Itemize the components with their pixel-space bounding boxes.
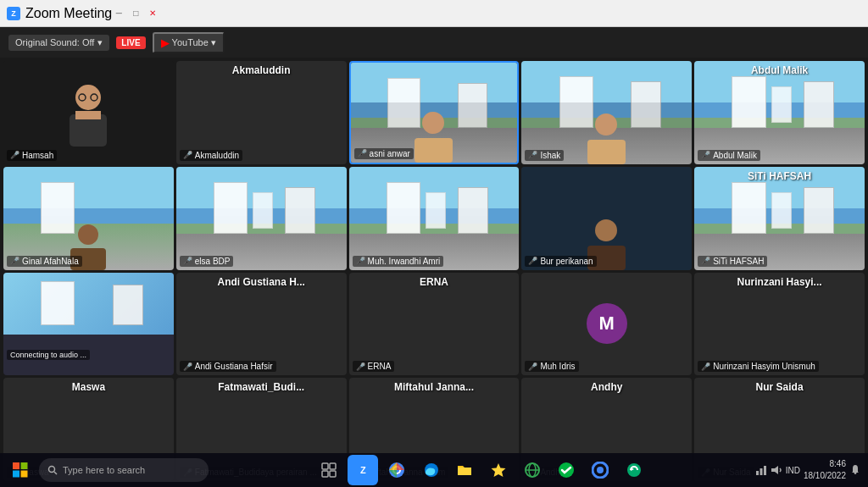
- system-clock: 8:46 18/10/2022: [804, 458, 846, 482]
- svg-rect-40: [764, 466, 766, 475]
- original-sound-label: Original Sound: Off: [15, 37, 94, 47]
- tile-label-asni_anwar: 🎤asni anwar: [354, 148, 414, 159]
- mic-icon: 🎤: [701, 362, 710, 371]
- svg-rect-16: [21, 462, 28, 469]
- tile-label-muh_irwandhi: 🎤Muh. Irwandhi Amri: [353, 256, 444, 267]
- tile-label-ginal: 🎤Ginal AfahNala: [7, 256, 82, 267]
- mic-icon: 🎤: [528, 362, 537, 371]
- tile-background-ginal: [3, 167, 174, 270]
- mic-icon: 🎤: [528, 151, 537, 159]
- refresh-icon[interactable]: [619, 455, 649, 485]
- internet-icon[interactable]: [517, 455, 548, 485]
- start-button[interactable]: [3, 455, 37, 485]
- tile-label-muh_idris: 🎤Muh Idris: [525, 361, 578, 372]
- svg-point-5: [422, 112, 444, 134]
- svg-marker-29: [492, 463, 506, 477]
- svg-rect-24: [330, 471, 336, 477]
- chrome2-icon[interactable]: [585, 455, 615, 485]
- svg-point-35: [597, 467, 604, 473]
- tile-display-name-fatmawati: Fatmawati_Budi...: [218, 381, 304, 393]
- video-tile-elsa: 🎤elsa BDP: [176, 167, 347, 270]
- tile-display-name-abdul_malik: Abdul Malik: [751, 64, 808, 76]
- bookmark-icon[interactable]: [483, 455, 514, 485]
- chrome-icon[interactable]: [381, 455, 412, 485]
- tile-display-name-erna: ERNA: [420, 276, 448, 288]
- tile-display-name-nurinzani: Nurinzani Hasyi...: [737, 276, 822, 288]
- minimize-button[interactable]: ─: [112, 7, 125, 20]
- svg-rect-8: [587, 140, 626, 164]
- lang-label: IND: [786, 466, 800, 475]
- edge-icon[interactable]: [415, 455, 446, 485]
- video-tile-akmaluddin: Akmaluddin🎤Akmaluddin: [176, 61, 347, 164]
- system-tray: IND 8:46 18/10/2022: [755, 458, 865, 482]
- mic-icon: 🎤: [183, 362, 192, 371]
- video-tile-abdul_malik: Abdul Malik🎤Abdul Malik: [694, 61, 865, 164]
- maximize-button[interactable]: □: [129, 7, 142, 20]
- video-tile-erna: ERNA🎤ERNA: [349, 273, 520, 376]
- tile-display-name-maswa: Maswa: [72, 381, 105, 393]
- tile-label-bur_perikanan: 🎤Bur perikanan: [525, 256, 596, 267]
- video-tile-muh_idris: M🎤Muh Idris: [521, 273, 692, 376]
- tile-display-name-akmaluddin: Akmaluddin: [232, 64, 291, 76]
- video-tile-muh_irwandhi: 🎤Muh. Irwandhi Amri: [349, 167, 520, 270]
- tile-label-hamsah: 🎤Hamsah: [7, 150, 57, 161]
- tile-background-bur_perikanan: [521, 167, 692, 270]
- youtube-button[interactable]: ▶ YouTube ▾: [153, 32, 225, 53]
- check-app-icon[interactable]: [551, 455, 581, 485]
- svg-rect-22: [330, 463, 336, 469]
- tile-label-abdul_malik: 🎤Abdul Malik: [698, 150, 760, 161]
- globe-icon: [524, 462, 541, 479]
- tile-display-name-siti_hafsah: SiTi HAFSAH: [748, 170, 811, 182]
- svg-point-11: [595, 219, 617, 241]
- tile-background-elsa: [176, 167, 347, 270]
- clock-date: 18/10/2022: [804, 470, 846, 482]
- original-sound-button[interactable]: Original Sound: Off ▾: [8, 35, 109, 51]
- tile-label-siti_hafsah: 🎤SiTi HAFSAH: [698, 256, 767, 267]
- file-explorer-icon[interactable]: [449, 455, 480, 485]
- app-icon: Z: [7, 7, 20, 20]
- search-bar[interactable]: Type here to search: [39, 458, 209, 482]
- refresh-app-icon: [626, 462, 643, 479]
- svg-rect-2: [75, 111, 101, 119]
- zoom-taskbar-icon[interactable]: Z: [348, 455, 378, 485]
- windows-logo-icon: [13, 462, 28, 478]
- tile-display-name-andi_gustiana: Andi Gustiana H...: [218, 276, 305, 288]
- mic-icon: 🎤: [10, 257, 19, 265]
- close-button[interactable]: ✕: [146, 7, 159, 20]
- avatar-circle-muh_idris: M: [587, 303, 627, 344]
- svg-rect-23: [322, 471, 328, 477]
- chrome-browser-icon: [388, 462, 405, 479]
- svg-line-20: [54, 472, 57, 474]
- checkmark-icon: [558, 462, 575, 479]
- svg-rect-39: [760, 468, 762, 475]
- star-icon: [490, 462, 507, 479]
- tile-background-muh_irwandhi: [349, 167, 520, 270]
- meeting-toolbar: Original Sound: Off ▾ LIVE ▶ YouTube ▾: [0, 27, 868, 58]
- tile-display-name-andhy: Andhy: [591, 381, 622, 393]
- mic-icon: 🎤: [183, 257, 192, 265]
- tile-label-andi_gustiana: 🎤Andi Gustiana Hafsir: [180, 361, 276, 372]
- mic-icon: 🎤: [358, 149, 367, 158]
- video-tile-siti_hafsah: SiTi HAFSAH🎤SiTi HAFSAH: [694, 167, 865, 270]
- video-tile-connecting: Connecting to audio ...: [3, 273, 174, 376]
- zoom-icon-label: Z: [360, 465, 366, 475]
- search-placeholder: Type here to search: [63, 465, 145, 475]
- mic-icon: 🎤: [183, 151, 192, 159]
- video-tile-bur_perikanan: 🎤Bur perikanan: [521, 167, 692, 270]
- notification-icon: [849, 464, 861, 476]
- tile-background-abdul_malik: [694, 61, 865, 164]
- mic-icon: 🎤: [10, 151, 19, 159]
- live-badge: LIVE: [116, 36, 145, 49]
- connecting-label: Connecting to audio ...: [7, 350, 90, 360]
- task-view-icon: [321, 462, 337, 478]
- task-view-button[interactable]: [314, 455, 344, 485]
- video-tile-nurinzani: Nurinzani Hasyi...🎤Nurinzani Hasyim Unis…: [694, 273, 865, 376]
- tile-label-nurinzani: 🎤Nurinzani Hasyim Unismuh: [698, 361, 819, 372]
- svg-point-19: [49, 467, 55, 473]
- mic-icon: 🎤: [356, 362, 365, 371]
- window-controls[interactable]: ─ □ ✕: [112, 7, 159, 20]
- tile-label-ishak: 🎤Ishak: [525, 150, 564, 161]
- youtube-icon: ▶: [161, 36, 170, 49]
- svg-rect-17: [13, 471, 19, 478]
- video-grid-container: 🎤HamsahAkmaluddin🎤Akmaluddin 🎤asni anwar…: [0, 58, 868, 487]
